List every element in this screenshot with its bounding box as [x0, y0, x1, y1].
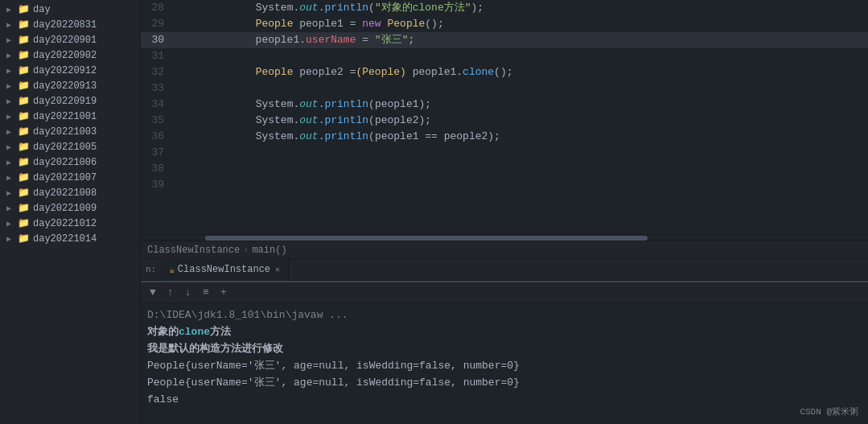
- terminal-btn-add[interactable]: +: [216, 286, 231, 300]
- line-number: 38: [141, 161, 177, 177]
- sidebar-item-label: day20220912: [33, 65, 97, 76]
- folder-icon: 📁: [18, 171, 30, 183]
- code-line-35: 35 System.out.println(people2);: [141, 113, 868, 129]
- sidebar-item-day20221009[interactable]: ▶ 📁 day20221009: [0, 200, 140, 216]
- sidebar-item-day20221007[interactable]: ▶ 📁 day20221007: [0, 170, 140, 185]
- expand-arrow-icon: ▶: [6, 234, 16, 244]
- sidebar-item-label: day20220919: [33, 96, 97, 107]
- expand-arrow-icon: ▶: [6, 142, 16, 152]
- line-number: 39: [141, 177, 177, 193]
- editor-container: 28 System.out.println("对象的clone方法"); 29 …: [141, 0, 868, 424]
- sidebar-item-day20221014[interactable]: ▶ 📁 day20221014: [0, 231, 140, 246]
- folder-icon: 📁: [18, 80, 30, 92]
- tab-item-classnewinstance[interactable]: ☕ ClassNewInstance ✕: [161, 258, 289, 281]
- terminal-line-1: 对象的clone方法: [147, 323, 862, 340]
- line-number: 30: [141, 32, 177, 48]
- expand-arrow-icon: ▶: [6, 219, 16, 228]
- sidebar-item-day20220831[interactable]: ▶ 📁 day20220831: [0, 17, 140, 32]
- sidebar-item-label: day20220901: [33, 35, 97, 46]
- terminal-line-3: People{userName='张三', age=null, isWeddin…: [147, 357, 862, 374]
- tab-bar[interactable]: n: ☕ ClassNewInstance ✕: [141, 258, 868, 281]
- close-tab-icon[interactable]: ✕: [275, 265, 280, 274]
- folder-icon: 📁: [18, 202, 30, 214]
- line-content: System.out.println(people1 == people2);: [177, 129, 868, 145]
- expand-arrow-icon: ▶: [6, 97, 16, 106]
- terminal-btn-down[interactable]: ↓: [181, 286, 195, 300]
- line-number: 33: [141, 80, 177, 97]
- sidebar-item-day20220912[interactable]: ▶ 📁 day20220912: [0, 63, 140, 78]
- sidebar-item-label: day20221008: [33, 187, 97, 199]
- expand-arrow-icon: ▶: [6, 35, 16, 45]
- line-number: 32: [141, 64, 177, 80]
- sidebar-item-day20220902[interactable]: ▶ 📁 day20220902: [0, 47, 140, 63]
- folder-icon: 📁: [18, 126, 30, 138]
- sidebar-item-day20220901[interactable]: ▶ 📁 day20220901: [0, 32, 140, 47]
- sidebar-item-day20221006[interactable]: ▶ 📁 day20221006: [0, 154, 140, 170]
- sidebar-item-day[interactable]: ▶ 📁 day: [0, 2, 140, 17]
- sidebar-item-label: day20221001: [33, 111, 97, 122]
- folder-icon: 📁: [18, 187, 30, 199]
- code-line-38: 38: [141, 161, 868, 177]
- breadcrumb: ClassNewInstance › main(): [141, 241, 868, 258]
- tab-prefix: n:: [141, 265, 161, 274]
- horizontal-scrollbar[interactable]: [141, 234, 868, 241]
- sidebar-item-label: day20220831: [33, 19, 97, 31]
- sidebar-item-day20220919[interactable]: ▶ 📁 day20220919: [0, 93, 140, 109]
- sidebar-item-day20220913[interactable]: ▶ 📁 day20220913: [0, 78, 140, 93]
- sidebar-item-day20221008[interactable]: ▶ 📁 day20221008: [0, 185, 140, 200]
- expand-arrow-icon: ▶: [6, 127, 16, 137]
- expand-arrow-icon: ▶: [6, 51, 16, 60]
- line-number: 28: [141, 0, 177, 16]
- line-number: 36: [141, 129, 177, 145]
- line-content: People people2 =(People) people1.clone()…: [177, 64, 868, 80]
- sidebar-item-day20221003[interactable]: ▶ 📁 day20221003: [0, 124, 140, 139]
- line-content: People people1 = new People();: [177, 16, 868, 32]
- folder-icon: 📁: [18, 49, 30, 61]
- folder-icon: 📁: [18, 233, 30, 245]
- expand-arrow-icon: ▶: [6, 188, 16, 198]
- file-tree[interactable]: ▶ 📁 day ▶ 📁 day20220831 ▶ 📁 day20220901 …: [0, 0, 141, 424]
- folder-icon: 📁: [18, 110, 30, 122]
- terminal-btn-menu[interactable]: ≡: [199, 286, 213, 300]
- line-number: 37: [141, 145, 177, 161]
- sidebar-item-day20221001[interactable]: ▶ 📁 day20221001: [0, 109, 140, 124]
- expand-arrow-icon: ▶: [6, 173, 16, 183]
- line-content: System.out.println(people1);: [177, 97, 868, 113]
- line-content: people1.userName = "张三";: [177, 32, 868, 48]
- code-line-37: 37: [141, 145, 868, 161]
- folder-icon: 📁: [18, 64, 30, 76]
- expand-arrow-icon: ▶: [6, 5, 16, 14]
- sidebar-item-day20221005[interactable]: ▶ 📁 day20221005: [0, 139, 140, 154]
- code-lines: 28 System.out.println("对象的clone方法"); 29 …: [141, 0, 868, 193]
- code-line-33: 33: [141, 80, 868, 97]
- sidebar-item-label: day20221014: [33, 233, 97, 245]
- line-content: System.out.println(people2);: [177, 113, 868, 129]
- sidebar-item-label: day20221006: [33, 157, 97, 168]
- code-line-28: 28 System.out.println("对象的clone方法");: [141, 0, 868, 16]
- terminal-btn-dropdown[interactable]: ▼: [146, 286, 160, 300]
- folder-icon: 📁: [18, 156, 30, 168]
- expand-arrow-icon: ▶: [6, 81, 16, 91]
- terminal-btn-up[interactable]: ↑: [163, 286, 178, 300]
- folder-icon: 📁: [18, 95, 30, 107]
- java-file-icon: ☕: [169, 265, 175, 275]
- terminal-line-5: false: [147, 391, 862, 408]
- folder-icon: 📁: [18, 141, 30, 153]
- csdn-watermark: CSDN @紫米粥: [800, 405, 858, 418]
- breadcrumb-method: main(): [252, 245, 286, 256]
- tab-label: ClassNewInstance: [178, 264, 270, 275]
- code-line-31: 31: [141, 48, 868, 64]
- sidebar-item-label: day20220913: [33, 80, 97, 92]
- folder-icon: 📁: [18, 217, 30, 229]
- scrollbar-thumb[interactable]: [205, 236, 648, 241]
- code-editor[interactable]: 28 System.out.println("对象的clone方法"); 29 …: [141, 0, 868, 258]
- sidebar-item-label: day20220902: [33, 50, 97, 61]
- line-number: 35: [141, 113, 177, 129]
- sidebar-item-day20221012[interactable]: ▶ 📁 day20221012: [0, 216, 140, 231]
- expand-arrow-icon: ▶: [6, 20, 16, 30]
- sidebar-item-label: day20221009: [33, 203, 97, 214]
- code-scroll-area[interactable]: 28 System.out.println("对象的clone方法"); 29 …: [141, 0, 868, 234]
- code-line-30: 30 people1.userName = "张三";: [141, 32, 868, 48]
- expand-arrow-icon: ▶: [6, 112, 16, 121]
- breadcrumb-separator: ›: [243, 245, 249, 256]
